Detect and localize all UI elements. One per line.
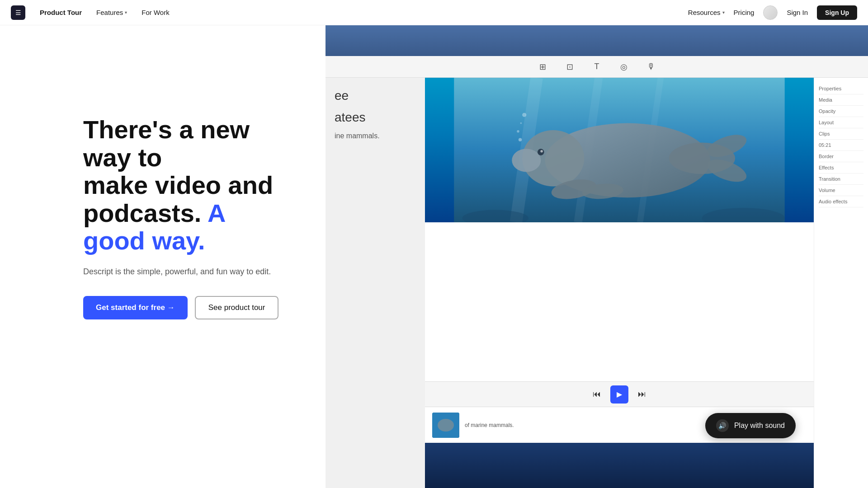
sign-up-button[interactable]: Sign Up [817,5,857,20]
nav-resources[interactable]: Resources ▾ [688,9,725,16]
bottom-bar [425,443,814,488]
nav-for-work[interactable]: For Work [142,9,169,16]
chevron-down-icon: ▾ [125,10,127,15]
svg-point-17 [522,113,526,117]
prop-transition[interactable]: Transition [819,174,863,185]
text-line-3: ine mammals. [335,132,416,140]
sign-in-link[interactable]: Sign In [787,9,808,16]
svg-point-15 [517,130,519,132]
play-with-sound-button[interactable]: 🔊 Play with sound [705,413,796,438]
timeline-caption: of marine mammals. [465,422,514,428]
prop-layout[interactable]: Layout [819,117,863,128]
prop-properties[interactable]: Properties [819,83,863,94]
toolbar-shape-icon[interactable]: ◎ [618,61,630,73]
timeline-thumbnail [432,413,459,438]
prop-media[interactable]: Media [819,94,863,106]
nav-pricing[interactable]: Pricing [734,9,755,16]
toolbar-mic-icon[interactable]: 🎙 [645,61,657,73]
svg-point-16 [520,122,522,124]
toolbar-grid-icon[interactable]: ⊞ [536,61,549,73]
avatar [763,5,778,20]
skip-back-button[interactable]: ⏮ [590,388,603,401]
svg-point-6 [512,149,541,172]
svg-point-8 [540,150,542,152]
navbar: ☰ Product Tour Features ▾ For Work Resou… [0,0,868,25]
skip-forward-button[interactable]: ⏭ [636,388,648,401]
svg-point-21 [438,419,454,432]
play-button[interactable]: ▶ [610,385,628,404]
app-top-bar [326,25,868,56]
toolbar-media-icon[interactable]: ⊡ [563,61,576,73]
prop-audio-effects[interactable]: Audio effects [819,196,863,207]
svg-point-14 [519,138,522,141]
properties-panel: Properties Media Opacity Layout Clips 05… [814,78,868,488]
page-content: There's a new way to make video and podc… [0,0,868,488]
text-line-2: atees [335,110,416,125]
manatee-visual [425,78,814,222]
toolbar-row: ⊞ ⊡ T ◎ 🎙 [326,56,868,78]
nav-product-tour[interactable]: Product Tour [40,9,82,16]
see-product-tour-button[interactable]: See product tour [195,296,279,319]
hero-subtext: Descript is the simple, powerful, and fu… [83,266,289,278]
chevron-down-icon-2: ▾ [722,10,725,15]
prop-timecode: 05:21 [819,140,863,151]
text-line-1: ee [335,89,416,103]
hero-buttons: Get started for free → See product tour [83,296,289,319]
hero-heading: There's a new way to make video and podc… [83,116,289,255]
prop-effects[interactable]: Effects [819,162,863,174]
playback-bar: ⏮ ▶ ⏭ [425,381,814,407]
sound-icon: 🔊 [716,419,729,432]
prop-border[interactable]: Border [819,151,863,162]
prop-opacity[interactable]: Opacity [819,106,863,117]
prop-volume[interactable]: Volume [819,185,863,196]
hero-section: There's a new way to make video and podc… [0,25,326,488]
play-sound-label: Play with sound [734,422,785,430]
app-preview: ⊞ ⊡ T ◎ 🎙 ee atees ine mammals. [326,25,868,488]
text-panel: ee atees ine mammals. [326,78,425,488]
menu-icon: ☰ [15,9,21,16]
prop-clips[interactable]: Clips [819,128,863,140]
menu-button[interactable]: ☰ [11,5,25,20]
toolbar-text-icon[interactable]: T [590,61,603,73]
nav-features[interactable]: Features ▾ [96,9,127,16]
get-started-button[interactable]: Get started for free → [83,296,188,319]
